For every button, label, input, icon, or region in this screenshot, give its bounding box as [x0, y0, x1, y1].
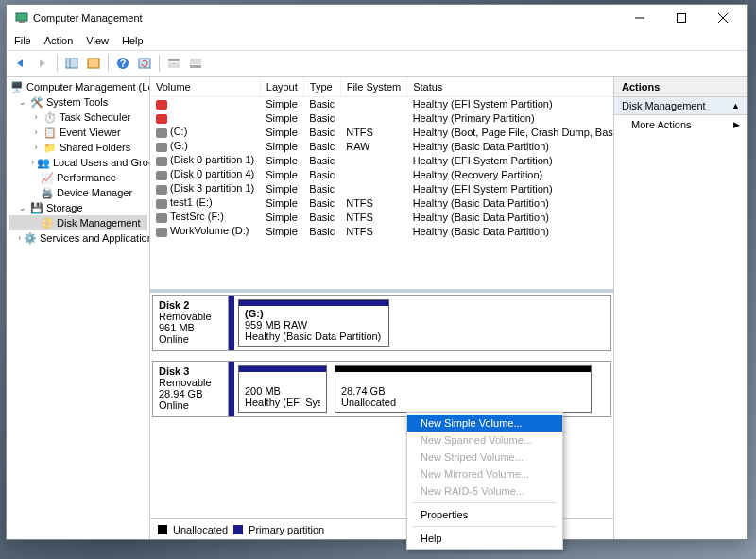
tree-shared-folders[interactable]: ›📁Shared Folders — [9, 140, 147, 155]
chevron-down-icon: ⌄ — [18, 97, 27, 107]
volume-icon — [156, 185, 167, 195]
tree-local-users[interactable]: ›👥Local Users and Groups — [9, 155, 147, 170]
volume-row[interactable]: SimpleBasicHealthy (EFI System Partition… — [150, 96, 613, 110]
toolbar-separator — [108, 55, 109, 72]
services-icon: ⚙️ — [24, 231, 37, 245]
close-button[interactable] — [702, 5, 744, 31]
vol-name: WorkVolume (D:) — [150, 224, 260, 238]
vol-fs: NTFS — [340, 125, 406, 139]
properties-button[interactable] — [83, 53, 104, 74]
disk-2-partition-g[interactable]: (G:) 959 MB RAW Healthy (Basic Data Part… — [238, 299, 389, 347]
view-bottom-button[interactable] — [185, 53, 206, 74]
tree-event-viewer[interactable]: ›📋Event Viewer — [9, 125, 147, 140]
vol-name: (Disk 3 partition 1) — [150, 181, 260, 195]
context-menu: New Simple Volume... New Spanned Volume.… — [406, 412, 563, 550]
vol-type: Basic — [303, 195, 340, 210]
ctx-new-striped-volume: New Striped Volume... — [407, 449, 562, 466]
col-type[interactable]: Type — [303, 77, 340, 96]
volume-icon — [156, 199, 167, 209]
volume-row[interactable]: test1 (E:)SimpleBasicNTFSHealthy (Basic … — [150, 195, 613, 210]
event-icon: 📋 — [43, 126, 57, 139]
back-button[interactable] — [10, 53, 31, 74]
ctx-new-simple-volume[interactable]: New Simple Volume... — [407, 415, 562, 432]
ctx-separator — [413, 526, 557, 527]
tools-icon: 🛠️ — [30, 95, 43, 109]
chevron-down-icon: ⌄ — [18, 203, 27, 212]
chevron-right-icon: ▶ — [733, 120, 740, 129]
vol-name: (Disk 0 partition 1) — [150, 153, 260, 167]
ctx-new-spanned-volume: New Spanned Volume... — [407, 432, 562, 449]
forward-button[interactable] — [32, 53, 53, 74]
tree-device-manager[interactable]: 🖨️Device Manager — [9, 185, 147, 200]
vol-fs: RAW — [340, 139, 406, 153]
menu-view[interactable]: View — [86, 35, 109, 46]
disk-size: 28.94 GB — [159, 388, 222, 399]
volume-row[interactable]: WorkVolume (D:)SimpleBasicNTFSHealthy (B… — [150, 224, 613, 238]
volume-row[interactable]: SimpleBasicHealthy (Primary Partition) — [150, 110, 613, 125]
tree-label: Local Users and Groups — [53, 157, 150, 168]
tree-performance[interactable]: 📈Performance — [9, 170, 147, 185]
disk-2-label: Disk 2 Removable 961 MB Online — [153, 296, 229, 350]
tree-label: Shared Folders — [60, 142, 130, 153]
svg-rect-15 — [190, 65, 201, 68]
tree-root[interactable]: 🖥️Computer Management (Local) — [9, 79, 147, 94]
volume-row[interactable]: (Disk 0 partition 1)SimpleBasicHealthy (… — [150, 153, 613, 167]
disk-3-unallocated[interactable]: 28.74 GB Unallocated — [335, 365, 592, 413]
partition-size: 959 MB RAW — [245, 319, 383, 330]
disk-name: Disk 2 — [159, 299, 222, 311]
volume-row[interactable]: (G:)SimpleBasicRAWHealthy (Basic Data Pa… — [150, 139, 613, 153]
volume-row[interactable]: TestSrc (F:)SimpleBasicNTFSHealthy (Basi… — [150, 210, 613, 224]
app-icon — [14, 10, 29, 25]
menu-help[interactable]: Help — [122, 35, 144, 46]
col-volume[interactable]: Volume — [150, 77, 260, 96]
col-layout[interactable]: Layout — [260, 77, 303, 96]
vol-type: Basic — [303, 110, 340, 125]
col-fs[interactable]: File System — [340, 77, 406, 96]
volume-list[interactable]: Volume Layout Type File System Status Si… — [150, 77, 613, 289]
vol-layout: Simple — [260, 224, 303, 238]
show-hide-tree-button[interactable] — [61, 53, 82, 74]
toolbar-separator — [57, 55, 58, 72]
vol-fs — [340, 181, 406, 195]
vol-name: test1 (E:) — [150, 195, 260, 210]
disk-removable: Removable — [159, 377, 222, 388]
volume-row[interactable]: (Disk 0 partition 4)SimpleBasicHealthy (… — [150, 167, 613, 181]
minimize-button[interactable] — [619, 5, 661, 31]
disk-3-row[interactable]: Disk 3 Removable 28.94 GB Online 200 MB … — [152, 361, 611, 417]
tree-services-apps[interactable]: ›⚙️Services and Applications — [9, 230, 147, 246]
svg-rect-3 — [678, 14, 686, 23]
vol-type: Basic — [303, 153, 340, 167]
maximize-button[interactable] — [661, 5, 702, 31]
toolbar: ? — [7, 50, 747, 76]
volume-row[interactable]: (Disk 3 partition 1)SimpleBasicHealthy (… — [150, 181, 613, 195]
tree-label: Disk Management — [57, 217, 141, 229]
disk-2-row[interactable]: Disk 2 Removable 961 MB Online (G:) 959 … — [152, 295, 611, 351]
tree-disk-management[interactable]: 📀Disk Management — [9, 215, 147, 230]
help-button[interactable]: ? — [112, 53, 133, 74]
partition-status: Healthy (EFI System Partition) — [245, 397, 320, 408]
vol-fs: NTFS — [340, 210, 406, 224]
ctx-help[interactable]: Help — [407, 530, 562, 547]
col-status[interactable]: Status — [407, 77, 613, 96]
svg-rect-6 — [66, 59, 77, 68]
vol-type: Basic — [303, 224, 340, 238]
nav-tree[interactable]: 🖥️Computer Management (Local) ⌄🛠️System … — [7, 77, 150, 539]
vol-status: Healthy (Basic Data Partition) — [407, 139, 613, 153]
volume-row[interactable]: (C:)SimpleBasicNTFSHealthy (Boot, Page F… — [150, 125, 613, 139]
ctx-properties[interactable]: Properties — [407, 506, 562, 523]
volume-icon — [156, 171, 167, 180]
actions-more[interactable]: More Actions▶ — [614, 115, 747, 134]
vol-layout: Simple — [260, 96, 303, 110]
vol-status: Healthy (Basic Data Partition) — [407, 195, 613, 210]
disk-3-partition-1[interactable]: 200 MB Healthy (EFI System Partition) — [238, 365, 327, 413]
tree-task-scheduler[interactable]: ›⏱️Task Scheduler — [9, 110, 147, 125]
tree-label: Task Scheduler — [60, 111, 130, 123]
menu-action[interactable]: Action — [44, 35, 74, 46]
ctx-separator — [413, 502, 557, 503]
view-top-button[interactable] — [163, 53, 184, 74]
menu-file[interactable]: File — [14, 35, 31, 46]
refresh-button[interactable] — [134, 53, 155, 74]
tree-system-tools[interactable]: ⌄🛠️System Tools — [9, 94, 147, 110]
tree-storage[interactable]: ⌄💾Storage — [9, 200, 147, 215]
actions-section[interactable]: Disk Management▲ — [614, 97, 747, 115]
